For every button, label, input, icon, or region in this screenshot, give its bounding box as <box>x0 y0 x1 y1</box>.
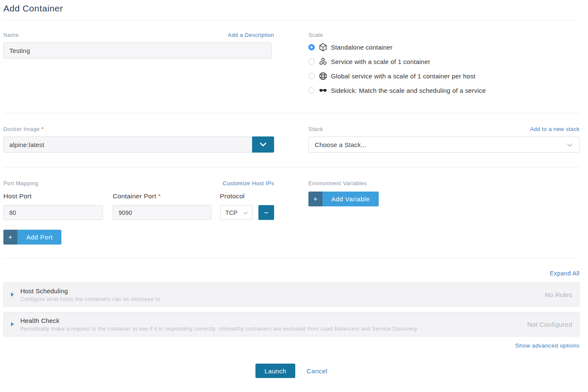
mask-icon <box>318 86 328 95</box>
name-label: Name <box>3 32 19 38</box>
protocol-label: Protocol <box>220 192 244 200</box>
scale-option-standalone[interactable]: Standalone container <box>308 40 580 54</box>
radio-button[interactable] <box>308 58 315 65</box>
expand-arrow-icon <box>11 322 14 326</box>
scale-options: Standalone container Service with a scal… <box>308 40 580 97</box>
accordion-description: Periodically make a request to the conta… <box>20 326 519 332</box>
docker-image-label: Docker Image * <box>3 126 44 132</box>
scale-option-global[interactable]: Global service with a scale of 1 contain… <box>308 69 580 83</box>
port-mapping-label: Port Mapping <box>3 180 38 186</box>
add-port-button-label: Add Port <box>17 230 61 245</box>
section-ports-env: Port Mapping Customize Host IPs Host Por… <box>3 167 580 258</box>
name-input[interactable] <box>3 42 272 58</box>
protocol-select-value: TCP <box>225 209 238 216</box>
plus-icon: + <box>3 230 17 245</box>
add-variable-button-label: Add Variable <box>322 192 379 206</box>
container-port-input[interactable] <box>113 205 211 220</box>
minus-icon: − <box>264 209 269 217</box>
host-port-label: Host Port <box>3 192 113 200</box>
scale-option-label: Service with a scale of 1 container <box>331 58 430 65</box>
plus-icon: + <box>308 192 322 206</box>
stack-label: Stack <box>308 126 323 132</box>
accordion-health-check[interactable]: Health Check Periodically make a request… <box>3 312 580 336</box>
port-mapping-row: TCP − <box>3 205 274 220</box>
radio-button[interactable] <box>308 73 315 79</box>
footer-actions: Launch Cancel <box>3 364 580 378</box>
accordion-host-scheduling[interactable]: Host Scheduling Configure what hosts the… <box>3 282 580 307</box>
remove-port-button[interactable]: − <box>258 205 274 220</box>
image-dropdown-button[interactable] <box>252 136 274 153</box>
expand-arrow-icon <box>11 292 14 297</box>
globe-icon <box>318 71 328 81</box>
accordion-status: No Rules <box>545 291 572 298</box>
scale-option-service[interactable]: Service with a scale of 1 container <box>308 54 580 69</box>
add-container-form: Add Container Name Add a Description Sca… <box>0 0 588 378</box>
protocol-select[interactable]: TCP <box>220 205 252 220</box>
section-advanced: Expand All Host Scheduling Configure wha… <box>3 259 580 378</box>
add-description-link[interactable]: Add a Description <box>228 32 274 38</box>
radio-button[interactable] <box>308 87 315 94</box>
scale-label: Scale <box>308 32 580 38</box>
section-image-stack: Docker Image * Stack Add to a new stack … <box>3 113 580 167</box>
page-title: Add Container <box>3 0 580 20</box>
column-spacer <box>274 126 308 153</box>
container-port-label: Container Port * <box>113 192 220 200</box>
stack-select-value: Choose a Stack... <box>315 141 366 148</box>
add-port-button[interactable]: + Add Port <box>3 230 61 245</box>
docker-image-input[interactable] <box>3 136 252 153</box>
accordion-description: Configure what hosts the containers can … <box>20 296 536 302</box>
scale-option-label: Standalone container <box>331 44 393 51</box>
customize-host-ips-link[interactable]: Customize Host IPs <box>223 180 274 186</box>
chevron-down-icon <box>566 141 573 148</box>
add-new-stack-link[interactable]: Add to a new stack <box>530 126 580 132</box>
scale-option-label: Sidekick: Match the scale and scheduling… <box>331 87 486 94</box>
stack-select[interactable]: Choose a Stack... <box>308 136 580 153</box>
column-spacer <box>274 180 308 245</box>
required-asterisk: * <box>158 192 161 200</box>
cube-icon <box>318 42 328 52</box>
accordion-title: Health Check <box>20 317 519 324</box>
expand-all-link[interactable]: Expand All <box>550 270 580 277</box>
accordion-title: Host Scheduling <box>20 287 536 295</box>
environment-variables-label: Environment Variables <box>308 180 580 186</box>
show-advanced-options-link[interactable]: Show advanced options <box>515 342 580 349</box>
launch-button[interactable]: Launch <box>255 364 295 378</box>
host-port-input[interactable] <box>3 205 103 220</box>
service-cubes-icon <box>318 57 328 66</box>
column-spacer <box>274 32 308 97</box>
chevron-down-icon <box>260 142 266 148</box>
add-variable-button[interactable]: + Add Variable <box>308 192 379 206</box>
required-asterisk: * <box>42 126 44 132</box>
cancel-button[interactable]: Cancel <box>307 367 327 375</box>
scale-option-sidekick[interactable]: Sidekick: Match the scale and scheduling… <box>308 83 580 97</box>
radio-button-selected[interactable] <box>308 44 315 50</box>
port-column-headers: Host Port Container Port * Protocol <box>3 192 274 200</box>
section-name-scale: Name Add a Description Scale Standalone … <box>3 21 580 113</box>
scale-option-label: Global service with a scale of 1 contain… <box>331 72 475 80</box>
chevron-down-icon <box>243 209 248 216</box>
accordion-status: Not Configured <box>527 321 573 328</box>
